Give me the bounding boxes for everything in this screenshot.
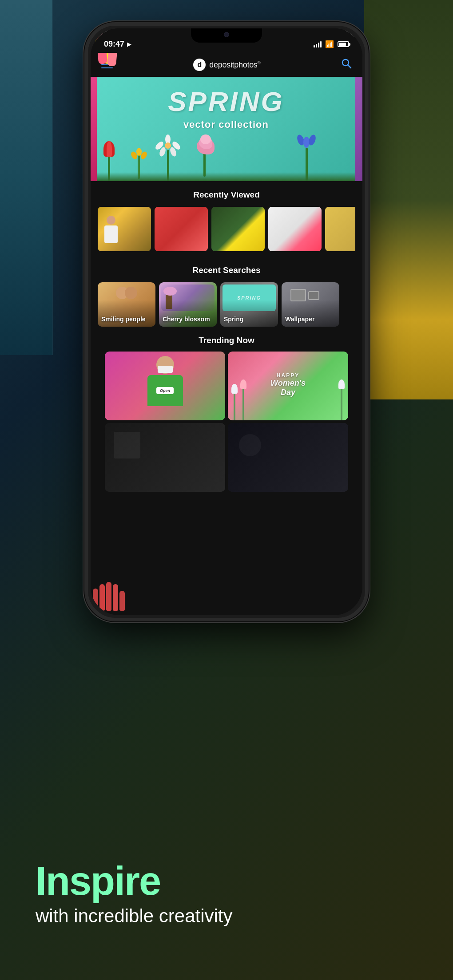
- phone-device: 09:47 ▶ 📶: [84, 22, 369, 621]
- time-display: 09:47: [104, 40, 124, 49]
- banner-right-peek: [355, 77, 362, 181]
- bg-right-scene: [364, 0, 453, 399]
- trending-item-dark-2[interactable]: [228, 423, 348, 492]
- search-item-cherry[interactable]: Cherry blossom: [159, 282, 217, 327]
- status-icons: 📶: [314, 40, 349, 48]
- phone-screen: 09:47 ▶ 📶: [91, 28, 362, 615]
- search-label-wallpaper: Wallpaper: [285, 316, 314, 323]
- recently-viewed-section: Recently Viewed: [91, 181, 362, 257]
- trending-item-dark-1[interactable]: [105, 423, 225, 492]
- logo-area[interactable]: d depositphotos®: [193, 59, 260, 71]
- banner-subtitle: vector collection: [97, 119, 355, 130]
- search-label-smiling: Smiling people: [101, 316, 146, 323]
- banner-left-peek: [91, 77, 97, 181]
- search-label-cherry: Cherry blossom: [163, 316, 210, 323]
- thumb-nails-red[interactable]: [155, 207, 208, 251]
- signal-icon: [314, 41, 322, 47]
- mute-button: [84, 123, 86, 150]
- banner-title: SPRING: [97, 86, 355, 117]
- notch: [191, 28, 262, 43]
- svg-line-1: [348, 65, 351, 68]
- vol-down-button: [84, 208, 86, 243]
- logo-text: depositphotos®: [209, 60, 260, 70]
- vol-up-button: [84, 163, 86, 199]
- tagline-sub: with incredible creativity: [36, 905, 233, 927]
- front-camera: [224, 32, 229, 37]
- trending-item-person-mask[interactable]: Open: [105, 352, 225, 420]
- search-item-spring[interactable]: SPRING Spring: [220, 282, 278, 327]
- recently-viewed-title: Recently Viewed: [98, 190, 355, 200]
- battery-icon: [338, 41, 349, 47]
- wifi-icon: 📶: [325, 40, 334, 48]
- trending-grid: Open: [98, 352, 355, 492]
- tagline-area: Inspire with incredible creativity: [36, 861, 233, 927]
- banner-flowers: [97, 132, 355, 181]
- trending-title: Trending Now: [98, 336, 355, 345]
- logo-trademark: ®: [258, 60, 261, 65]
- location-icon: ▶: [127, 41, 131, 47]
- recently-viewed-grid: [98, 207, 355, 251]
- phone-shell: 09:47 ▶ 📶: [84, 22, 369, 621]
- recent-searches-title: Recent Searches: [98, 265, 355, 275]
- search-item-smiling[interactable]: Smiling people: [98, 282, 155, 327]
- thumb-person-yellow[interactable]: [98, 207, 151, 251]
- trending-item-womens-day[interactable]: HAPPY Women'sDay: [228, 352, 348, 420]
- search-item-wallpaper[interactable]: Wallpaper: [282, 282, 339, 327]
- thumb-extra[interactable]: [325, 207, 355, 251]
- bg-left-figure: [0, 0, 53, 355]
- tagline-inspire: Inspire: [36, 861, 233, 901]
- nav-bar: d depositphotos®: [91, 53, 362, 77]
- power-button: [367, 115, 369, 150]
- searches-grid: Smiling people Cherry blossom: [98, 282, 355, 327]
- thumb-lemons[interactable]: [211, 207, 265, 251]
- status-time: 09:47 ▶: [104, 40, 131, 49]
- volume-up-button: [367, 159, 369, 203]
- banner-container[interactable]: SPRING vector collection: [91, 77, 362, 181]
- recent-searches-section: Recent Searches Smiling people: [91, 257, 362, 332]
- search-button[interactable]: [341, 58, 352, 71]
- trending-section: Trending Now Open: [91, 336, 362, 492]
- search-label-spring: Spring: [224, 316, 243, 323]
- banner-main[interactable]: SPRING vector collection: [97, 77, 355, 181]
- logo-icon: d: [193, 59, 206, 71]
- thumb-socks[interactable]: [268, 207, 322, 251]
